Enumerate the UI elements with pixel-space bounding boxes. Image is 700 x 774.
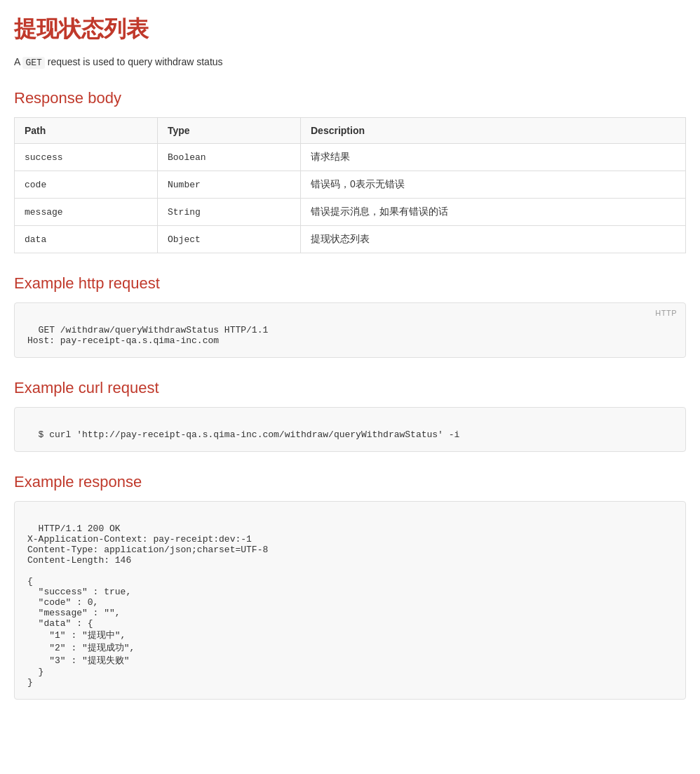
example-curl-code-block: $ curl 'http://pay-receipt-qa.s.qima-inc…	[14, 407, 686, 452]
example-curl-code: $ curl 'http://pay-receipt-qa.s.qima-inc…	[39, 429, 460, 440]
cell-description: 请求结果	[301, 144, 686, 171]
col-header-description: Description	[301, 118, 686, 144]
intro-code: GET	[22, 57, 44, 69]
intro-suffix: request is used to query withdraw status	[45, 56, 223, 67]
cell-description: 错误码，0表示无错误	[301, 171, 686, 199]
cell-path: success	[15, 144, 158, 171]
example-response-code: HTTP/1.1 200 OK X-Application-Context: p…	[27, 523, 268, 688]
col-header-type: Type	[158, 118, 301, 144]
cell-type: Number	[158, 171, 301, 199]
example-curl-heading: Example curl request	[14, 379, 686, 397]
intro-prefix: A	[14, 56, 22, 67]
intro-text: A GET request is used to query withdraw …	[14, 56, 686, 68]
http-lang-label: HTTP	[655, 309, 677, 317]
page-title: 提现状态列表	[14, 14, 686, 45]
example-response-code-block: HTTP/1.1 200 OK X-Application-Context: p…	[14, 501, 686, 700]
col-header-path: Path	[15, 118, 158, 144]
cell-type: Boolean	[158, 144, 301, 171]
cell-path: data	[15, 226, 158, 253]
response-body-table: Path Type Description successBoolean请求结果…	[14, 117, 686, 253]
table-row: codeNumber错误码，0表示无错误	[15, 171, 686, 199]
table-row: messageString错误提示消息，如果有错误的话	[15, 199, 686, 226]
response-body-heading: Response body	[14, 89, 686, 107]
example-http-code: GET /withdraw/queryWithdrawStatus HTTP/1…	[27, 325, 268, 346]
cell-path: message	[15, 199, 158, 226]
cell-type: Object	[158, 226, 301, 253]
example-response-heading: Example response	[14, 473, 686, 491]
cell-type: String	[158, 199, 301, 226]
table-row: dataObject提现状态列表	[15, 226, 686, 253]
table-header-row: Path Type Description	[15, 118, 686, 144]
table-row: successBoolean请求结果	[15, 144, 686, 171]
cell-description: 提现状态列表	[301, 226, 686, 253]
cell-description: 错误提示消息，如果有错误的话	[301, 199, 686, 226]
example-http-code-block: HTTPGET /withdraw/queryWithdrawStatus HT…	[14, 302, 686, 358]
cell-path: code	[15, 171, 158, 199]
example-http-heading: Example http request	[14, 274, 686, 293]
